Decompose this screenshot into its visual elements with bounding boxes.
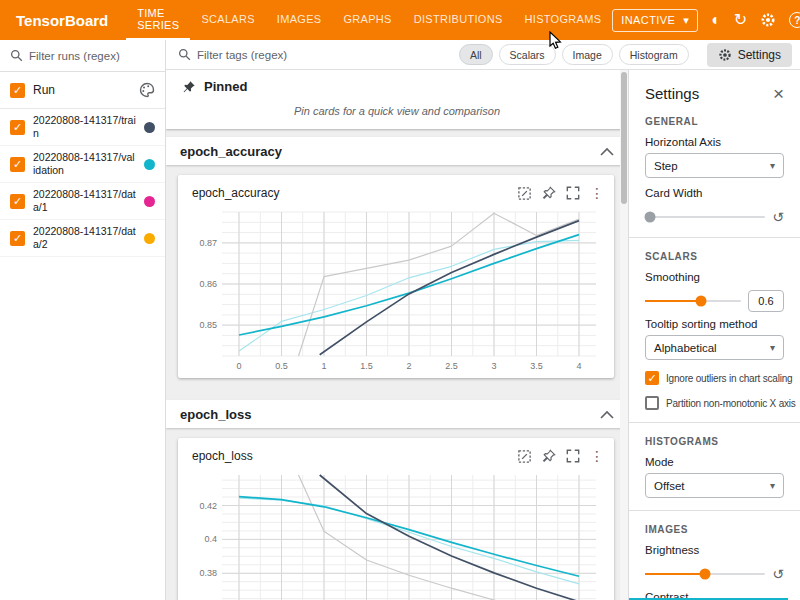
pinned-section: Pinned Pin cards for a quick view and co… <box>166 70 628 129</box>
filter-tags-input[interactable] <box>197 49 347 61</box>
tags-toolbar: All Scalars Image Histogram Settings <box>166 40 800 70</box>
scalars-section-label: SCALARS <box>645 251 784 262</box>
chevron-down-icon: ▾ <box>770 342 775 353</box>
divider <box>629 422 800 423</box>
run-checkbox[interactable]: ✓ <box>10 194 25 209</box>
run-checkbox[interactable]: ✓ <box>10 157 25 172</box>
pin-card-icon[interactable] <box>542 186 556 200</box>
run-row-data-1[interactable]: ✓ 20220808-141317/data/1 <box>0 183 165 220</box>
run-color-dot <box>144 196 155 207</box>
run-name: 20220808-141317/validation <box>33 151 136 177</box>
run-color-dot <box>144 233 155 244</box>
partition-x-axis-checkbox[interactable]: ✓ Partition non-monotonic X axis i <box>645 396 784 410</box>
svg-text:1: 1 <box>321 361 326 371</box>
tab-distributions[interactable]: DISTRIBUTIONS <box>403 0 514 40</box>
tab-graphs[interactable]: GRAPHS <box>332 0 402 40</box>
svg-text:3: 3 <box>491 361 496 371</box>
runs-filter-bar <box>0 40 165 72</box>
more-options-icon[interactable]: ⋮ <box>590 448 604 464</box>
chart-card-title: epoch_accuracy <box>188 186 517 200</box>
chart-card-epoch-loss: epoch_loss ⋮ 00.511.522.533.540.360.380.… <box>178 438 614 600</box>
images-section-label: IMAGES <box>645 524 784 535</box>
horizontal-axis-dropdown[interactable]: Step ▾ <box>645 153 784 178</box>
pin-card-icon[interactable] <box>542 449 556 463</box>
settings-title: Settings <box>645 85 773 102</box>
epoch-accuracy-chart[interactable]: 00.511.522.533.540.850.860.87 <box>188 206 604 374</box>
runs-column-header: Run <box>33 83 131 97</box>
smoothing-slider[interactable] <box>645 300 741 302</box>
checkbox-unchecked: ✓ <box>645 396 659 410</box>
checkbox-checked: ✓ <box>645 371 659 385</box>
reset-icon[interactable]: ↺ <box>772 567 784 581</box>
search-icon <box>10 49 23 62</box>
help-icon[interactable]: ? <box>789 12 800 28</box>
partition-x-axis-label: Partition non-monotonic X axis <box>666 398 796 409</box>
run-checkbox[interactable]: ✓ <box>10 231 25 246</box>
scrollbar[interactable] <box>620 70 628 600</box>
gear-icon[interactable] <box>760 12 776 28</box>
card-width-label: Card Width <box>645 187 784 199</box>
more-options-icon[interactable]: ⋮ <box>590 185 604 201</box>
histogram-mode-label: Mode <box>645 456 784 468</box>
fit-to-data-icon[interactable] <box>517 186 532 201</box>
svg-text:1.5: 1.5 <box>360 361 373 371</box>
chevron-down-icon: ▾ <box>770 480 775 491</box>
chart-card-title: epoch_loss <box>188 449 517 463</box>
chip-scalars[interactable]: Scalars <box>499 44 556 65</box>
section-body: epoch_accuracy ⋮ 00.511.522.533.540.850.… <box>166 165 628 392</box>
chip-image[interactable]: Image <box>562 44 613 65</box>
pin-icon <box>182 80 196 94</box>
settings-button-label: Settings <box>738 48 781 62</box>
svg-text:0.85: 0.85 <box>199 320 217 330</box>
horizontal-axis-label: Horizontal Axis <box>645 136 784 148</box>
ignore-outliers-checkbox[interactable]: ✓ Ignore outliers in chart scaling <box>645 371 784 385</box>
tab-time-series[interactable]: TIME SERIES <box>126 0 190 40</box>
section-body: epoch_loss ⋮ 00.511.522.533.540.360.380.… <box>166 428 628 600</box>
run-row-data-2[interactable]: ✓ 20220808-141317/data/2 <box>0 220 165 257</box>
smoothing-value-input[interactable]: 0.6 <box>748 290 784 312</box>
app-header: TensorBoard TIME SERIES SCALARS IMAGES G… <box>0 0 800 40</box>
chevron-down-icon: ▾ <box>770 160 775 171</box>
run-row-validation[interactable]: ✓ 20220808-141317/validation <box>0 146 165 183</box>
run-checkbox[interactable]: ✓ <box>10 120 25 135</box>
svg-text:2: 2 <box>406 361 411 371</box>
card-width-slider[interactable] <box>645 216 765 218</box>
fullscreen-icon[interactable] <box>566 449 580 463</box>
svg-text:0: 0 <box>236 361 241 371</box>
tooltip-sorting-dropdown[interactable]: Alphabetical ▾ <box>645 335 784 360</box>
tab-histograms[interactable]: HISTOGRAMS <box>514 0 613 40</box>
palette-icon[interactable] <box>139 82 155 98</box>
run-row-train[interactable]: ✓ 20220808-141317/train <box>0 109 165 146</box>
refresh-icon[interactable]: ↻ <box>734 12 747 28</box>
settings-button[interactable]: Settings <box>707 43 792 67</box>
divider <box>629 510 800 511</box>
reset-icon[interactable]: ↺ <box>772 210 784 224</box>
select-all-runs-checkbox[interactable]: ✓ <box>10 83 25 98</box>
chevron-up-icon[interactable] <box>600 147 614 156</box>
fullscreen-icon[interactable] <box>566 186 580 200</box>
tab-images[interactable]: IMAGES <box>266 0 333 40</box>
scrollbar-thumb[interactable] <box>621 72 627 204</box>
close-icon[interactable]: × <box>773 84 784 103</box>
tab-scalars[interactable]: SCALARS <box>190 0 265 40</box>
section-title: epoch_accuracy <box>180 144 600 159</box>
svg-text:0.38: 0.38 <box>199 568 217 578</box>
epoch-loss-chart[interactable]: 00.511.522.533.540.360.380.40.42 <box>188 469 604 600</box>
filter-runs-input[interactable] <box>29 50 144 62</box>
chip-all[interactable]: All <box>459 44 493 65</box>
brightness-slider[interactable] <box>645 573 765 575</box>
reload-status-label: INACTIVE <box>621 14 675 26</box>
histogram-mode-dropdown[interactable]: Offset ▾ <box>645 473 784 498</box>
section-header-epoch-loss[interactable]: epoch_loss <box>166 400 628 428</box>
reload-status-dropdown[interactable]: INACTIVE ▾ <box>612 9 698 32</box>
fit-to-data-icon[interactable] <box>517 449 532 464</box>
chevron-up-icon[interactable] <box>600 410 614 419</box>
pinned-hint: Pin cards for a quick view and compariso… <box>182 105 612 117</box>
svg-text:0.87: 0.87 <box>199 238 217 248</box>
theme-toggle-icon[interactable]: ◐ <box>711 12 721 28</box>
chip-histogram[interactable]: Histogram <box>619 44 689 65</box>
cards-area: Pinned Pin cards for a quick view and co… <box>166 70 628 600</box>
section-header-epoch-accuracy[interactable]: epoch_accuracy <box>166 137 628 165</box>
brightness-label: Brightness <box>645 544 784 556</box>
header-controls: INACTIVE ▾ ◐ ↻ ? <box>612 0 800 40</box>
